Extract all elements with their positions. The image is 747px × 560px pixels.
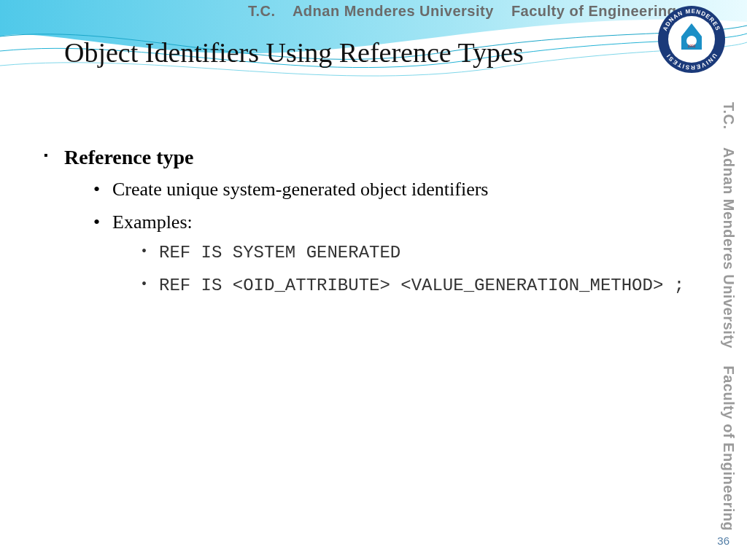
side-tc: T.C. (721, 102, 737, 130)
header-faculty: Faculty of Engineering (511, 3, 677, 19)
example-oid-attribute: REF IS <OID_ATTRIBUTE> <VALUE_GENERATION… (142, 273, 686, 299)
slide-content: Reference type Create unique system-gene… (44, 146, 686, 309)
svg-text:1992: 1992 (687, 44, 695, 48)
subitem-create-identifiers: Create unique system-generated object id… (93, 176, 686, 202)
header-text: T.C. Adnan Menderes University Faculty o… (248, 3, 676, 20)
bullet-reference-type-label: Reference type (64, 146, 194, 168)
header-university: Adnan Menderes University (293, 3, 494, 19)
side-faculty: Faculty of Engineering (721, 366, 737, 532)
university-logo: ADNAN MENDERES UNIVERSITESI 1992 (657, 4, 727, 77)
header-tc: T.C. (248, 3, 276, 19)
example-system-generated: REF IS SYSTEM GENERATED (142, 241, 686, 266)
subitem-examples: Examples: REF IS SYSTEM GENERATED REF IS… (93, 209, 686, 299)
side-text: T.C. Adnan Menderes University Faculty o… (720, 102, 737, 531)
bullet-reference-type: Reference type Create unique system-gene… (44, 146, 686, 299)
subitem-examples-label: Examples: (112, 211, 193, 233)
slide-title: Object Identifiers Using Reference Types (64, 36, 524, 69)
slide-number: 36 (717, 534, 729, 547)
side-university: Adnan Menderes University (721, 147, 737, 349)
